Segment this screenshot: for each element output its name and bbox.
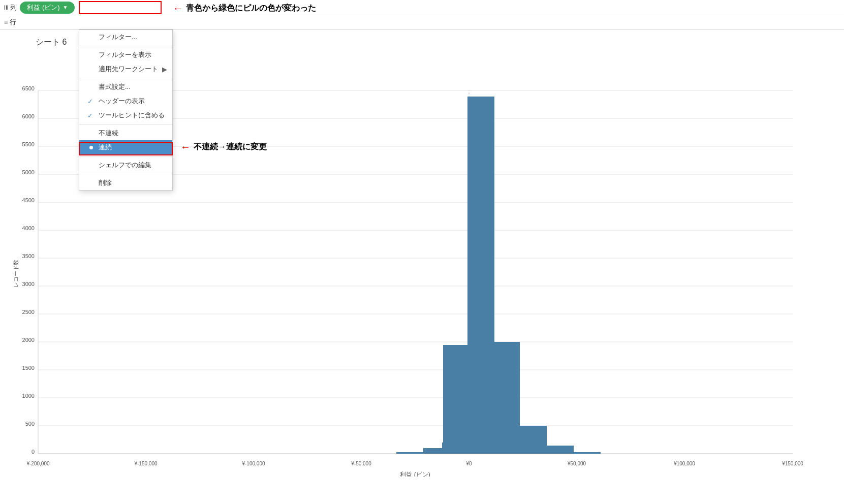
svg-text:0: 0 [32,449,35,455]
rows-bar: ≡ 行 [0,15,844,29]
menu-item-tooltip[interactable]: ✓ ツールヒントに含める [79,108,172,122]
svg-text:6500: 6500 [22,85,35,91]
profit-bin-pill[interactable]: 利益 (ビン) ▼ [20,2,75,14]
menu-item-apply-ws[interactable]: 適用先ワークシート ▶ [79,62,172,76]
menu-sep-5 [79,174,172,174]
columns-label: iii 列 [4,3,17,12]
svg-text:6000: 6000 [22,113,35,119]
bar [547,446,574,454]
menu-sep-1 [79,46,172,46]
caret-icon: ▼ [63,5,68,10]
svg-text:¥-200,000: ¥-200,000 [26,461,49,466]
columns-section: iii 列 利益 (ビン) ▼ [4,2,75,14]
top-annotation: ← 青色から緑色にピルの色が変わった [173,3,316,14]
menu-sep-2 [79,78,172,78]
check-icon-tooltip: ✓ [87,112,95,119]
menu-item-continuous[interactable]: 連続 [79,140,172,154]
main-content: フィルター... フィルターを表示 適用先ワークシート ▶ 書式設定... ✓ … [0,29,844,504]
svg-text:¥-150,000: ¥-150,000 [134,461,157,466]
svg-text:1500: 1500 [22,365,35,371]
svg-text:500: 500 [25,421,35,427]
svg-text:¥-50,000: ¥-50,000 [351,461,371,466]
bar [574,452,601,454]
svg-text:2000: 2000 [22,337,35,343]
svg-text:5500: 5500 [22,141,35,147]
svg-text:¥150,000: ¥150,000 [782,461,803,466]
svg-text:1000: 1000 [22,393,35,399]
right-arrow-icon: ← [173,3,183,14]
svg-text:2500: 2500 [22,309,35,315]
rows-label: ≡ 行 [4,18,16,27]
submenu-arrow-icon: ▶ [162,66,167,73]
bar [467,97,494,454]
svg-text:¥0: ¥0 [465,461,472,466]
check-icon-header: ✓ [87,98,95,105]
menu-sep-4 [79,156,172,156]
context-menu[interactable]: フィルター... フィルターを表示 適用先ワークシート ▶ 書式設定... ✓ … [79,29,173,191]
menu-item-edit-shelf[interactable]: シェルフでの編集 [79,158,172,172]
svg-text:レコード数: レコード数 [13,260,19,288]
bar [493,342,520,454]
menu-item-format[interactable]: 書式設定... [79,80,172,94]
svg-text:¥100,000: ¥100,000 [673,461,695,466]
menu-annotation: ← 不連続→連続に変更 [180,141,267,153]
bar [396,452,423,454]
svg-text:4000: 4000 [22,225,35,231]
bar [520,426,547,454]
menu-item-show-header[interactable]: ✓ ヘッダーの表示 [79,94,172,108]
left-arrow-icon: ← [180,141,191,153]
bar [443,345,470,454]
menu-item-delete[interactable]: 削除 [79,176,172,190]
svg-text:¥50,000: ¥50,000 [567,461,586,466]
svg-text:5000: 5000 [22,169,35,175]
svg-text:3500: 3500 [22,253,35,259]
menu-item-discrete[interactable]: 不連続 [79,126,172,140]
menu-sep-3 [79,124,172,124]
menu-item-filter[interactable]: フィルター... [79,30,172,44]
top-bar: iii 列 利益 (ビン) ▼ ← 青色から緑色にピルの色が変わった [0,0,844,15]
pill-highlight-box [79,1,162,14]
svg-text:4500: 4500 [22,197,35,203]
svg-text:3000: 3000 [22,281,35,287]
svg-text:利益 (ビン): 利益 (ビン) [400,471,430,477]
dot-icon [87,146,95,149]
menu-item-show-filter[interactable]: フィルターを表示 [79,48,172,62]
svg-text:¥-100,000: ¥-100,000 [241,461,265,466]
